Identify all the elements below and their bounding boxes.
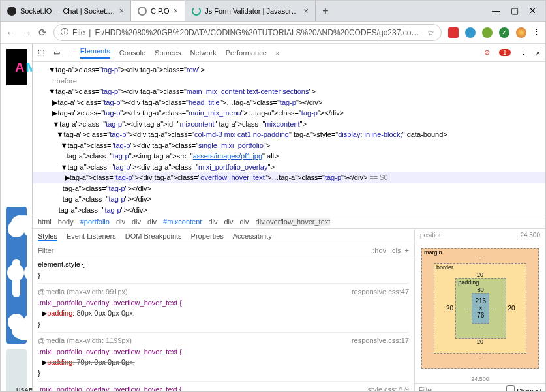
subtab-eventlisteners[interactable]: Event Listeners (67, 232, 116, 241)
avatar[interactable] (516, 27, 526, 38)
inspect-icon[interactable]: ⬚ (38, 48, 44, 57)
tab-title: Js Form Validator | Javascript vali (205, 7, 299, 15)
portfolio-item[interactable]: USABILITY LAYOUT INTERNET WEB ▴ (6, 349, 27, 391)
thumb-label: USABILITY (16, 387, 33, 391)
css-rule[interactable]: responsive.css:47@media (max-width: 991p… (38, 283, 409, 329)
crumb-item[interactable]: html (38, 218, 52, 226)
tab-jsform[interactable]: Js Form Validator | Javascript vali × (185, 1, 316, 21)
tab-sources[interactable]: Sources (155, 49, 181, 57)
close-icon[interactable]: ✕ (529, 6, 536, 16)
tabs-overflow[interactable]: » (276, 49, 280, 57)
subtab-dombreakpoints[interactable]: DOM Breakpoints (125, 232, 182, 241)
showall-toggle[interactable]: Show all (506, 385, 541, 391)
devtools-tabs: ⬚ ▭ | Elements Console Sources Network P… (33, 44, 545, 62)
crumb-item[interactable]: body (58, 218, 74, 226)
dom-node[interactable]: ▼tag-a">class="tag-p"><div tag-a">class=… (33, 129, 545, 140)
dom-node[interactable]: ▼tag-a">class="tag-p"><div tag-a">class=… (33, 140, 545, 151)
css-rule[interactable]: responsive.css:17@media (max-width: 1199… (38, 332, 409, 378)
tab-favicon (7, 7, 16, 16)
dom-node[interactable]: ▼tag-a">class="tag-p"><div tag-a">class=… (33, 162, 545, 173)
subtab-styles[interactable]: Styles (38, 232, 57, 241)
position-label: position (420, 232, 442, 239)
crumb-item[interactable]: div.overflow_hover_text (256, 218, 331, 226)
close-icon[interactable]: × (304, 6, 309, 16)
dom-node[interactable]: ▶tag-a">class="tag-p"><div tag-a">class=… (33, 108, 545, 119)
dom-node[interactable]: ▶tag-a">class="tag-p"><div tag-a">class=… (33, 172, 545, 183)
reload-icon[interactable]: ⟳ (38, 27, 47, 38)
crumb-item[interactable]: div (147, 218, 157, 226)
css-rule[interactable]: style.css:759.mixi_portfolio_overlay .ov… (38, 381, 409, 391)
info-icon: ⓘ (61, 27, 68, 38)
dom-node[interactable]: ▶tag-a">class="tag-p"><div tag-a">class=… (33, 97, 545, 108)
add-rule-icon[interactable]: + (405, 247, 409, 254)
subtab-accessibility[interactable]: Accessibility (233, 232, 272, 241)
tab-socketio[interactable]: Socket.IO — Chat | Socket.IO × (1, 1, 131, 21)
breadcrumb[interactable]: htmlbody#portfoliodivdivdiv#mixcontentdi… (33, 215, 545, 228)
tab-console[interactable]: Console (119, 49, 145, 57)
menu-icon[interactable]: ⋮ (520, 48, 527, 57)
portfolio-item[interactable]: div.overflow_hover_text256 × 196 (6, 91, 27, 202)
crumb-item[interactable]: div (224, 218, 233, 226)
extensions: ✓ ⋮ (448, 27, 540, 38)
close-icon[interactable]: × (174, 6, 179, 16)
site-navbar: AMAZIGN (6, 49, 27, 85)
close-icon[interactable]: × (119, 6, 124, 16)
box-model[interactable]: margin- border20 20 padding80 - 216 × 76… (415, 241, 545, 375)
tab-title: Socket.IO — Chat | Socket.IO (20, 7, 115, 15)
crumb-item[interactable]: #mixcontent (163, 218, 202, 226)
dom-node[interactable]: tag-a">class="tag-p"></div> (33, 205, 545, 215)
computed-pane: position24.500 margin- border20 20 paddi… (415, 229, 545, 391)
new-tab-button[interactable]: + (316, 5, 335, 17)
ext-icon[interactable] (465, 27, 476, 38)
logo: AMAZIGN (15, 60, 33, 75)
devtools: ⬚ ▭ | Elements Console Sources Network P… (33, 44, 545, 391)
dom-node[interactable]: tag-a">class="tag-p"></div> (33, 183, 545, 194)
border-left: 20 (446, 305, 453, 312)
tab-cpo[interactable]: C.P.O × (131, 1, 185, 21)
ext-icon[interactable]: ✓ (499, 27, 509, 38)
crumb-item[interactable]: div (116, 218, 125, 226)
error-icon[interactable]: ⊘ (484, 48, 490, 57)
close-icon[interactable]: × (536, 49, 540, 57)
star-icon[interactable]: ☆ (427, 28, 434, 37)
back-icon[interactable]: ← (6, 27, 16, 38)
css-rules[interactable]: element.style {}responsive.css:47@media … (33, 256, 414, 391)
url-path: E:/HDD%2080%20GB%20DATA/CODING%20TUTORIA… (95, 28, 423, 37)
maximize-icon[interactable]: ▢ (511, 6, 519, 16)
iot-icon (24, 264, 33, 281)
dom-node[interactable]: tag-a">class="tag-p"><img tag-a">src="as… (33, 151, 545, 162)
tab-elements[interactable]: Elements (80, 47, 110, 59)
forward-icon[interactable]: → (22, 27, 32, 38)
window-controls: — ▢ ✕ (483, 6, 545, 16)
crumb-item[interactable]: div (208, 218, 217, 226)
menu-icon[interactable]: ⋮ (533, 28, 540, 37)
dom-node[interactable]: ▼tag-a">class="tag-p"><div tag-a">class=… (33, 65, 545, 76)
dom-node[interactable]: ▼tag-a">class="tag-p"><div tag-a">class=… (33, 86, 545, 97)
padding-right: - (491, 305, 493, 312)
address-bar[interactable]: ⓘ File | E:/HDD%2080%20GB%20DATA/CODING%… (53, 24, 442, 41)
cls-toggle[interactable]: .cls (390, 247, 401, 254)
padding-top: 80 (468, 286, 493, 293)
computed-filter[interactable]: Filter (419, 387, 433, 391)
minimize-icon[interactable]: — (492, 6, 500, 16)
device-icon[interactable]: ▭ (53, 48, 60, 57)
border-right: 20 (508, 305, 515, 312)
styles-filter-input[interactable] (38, 247, 369, 254)
crumb-item[interactable]: div (240, 218, 249, 226)
dom-node[interactable]: ▼tag-a">class="tag-p"><div tag-a">id="mi… (33, 119, 545, 130)
dom-tree[interactable]: ▼tag-a">class="tag-p"><div tag-a">class=… (33, 62, 545, 215)
ext-icon[interactable] (482, 27, 493, 38)
styles-pane: Styles Event Listeners DOM Breakpoints P… (33, 229, 415, 391)
ext-icon[interactable] (448, 27, 459, 38)
dom-node[interactable]: ::before (33, 76, 545, 87)
crumb-item[interactable]: #portfolio (80, 218, 110, 226)
tab-network[interactable]: Network (190, 49, 216, 57)
position-value: 24.500 (520, 232, 540, 239)
hov-toggle[interactable]: :hov (372, 247, 386, 254)
dom-node[interactable]: tag-a">class="tag-p"></div> (33, 194, 545, 205)
crumb-item[interactable]: div (132, 218, 141, 226)
subtab-properties[interactable]: Properties (191, 232, 224, 241)
portfolio-item[interactable] (6, 207, 27, 344)
tab-performance[interactable]: Performance (226, 49, 267, 57)
styles-filter-row: :hov .cls + (33, 245, 414, 256)
